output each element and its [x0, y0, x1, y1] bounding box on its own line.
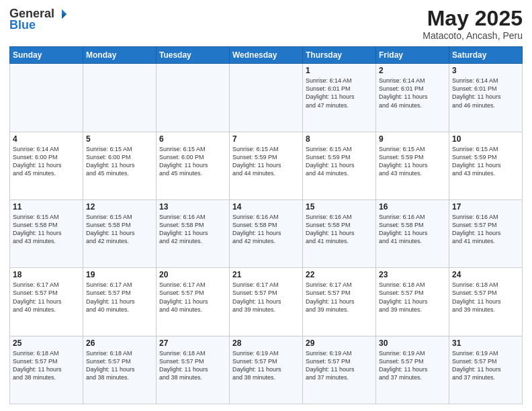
day-info: Sunrise: 6:15 AMSunset: 6:00 PMDaylight:… — [86, 145, 153, 178]
calendar-week-3: 11Sunrise: 6:15 AMSunset: 5:58 PMDayligh… — [10, 199, 523, 267]
header-wednesday: Wednesday — [230, 47, 303, 64]
calendar-cell: 3Sunrise: 6:14 AMSunset: 6:01 PMDaylight… — [449, 64, 523, 132]
day-info: Sunrise: 6:18 AMSunset: 5:57 PMDaylight:… — [86, 349, 153, 382]
calendar-cell: 6Sunrise: 6:15 AMSunset: 6:00 PMDaylight… — [157, 132, 230, 199]
location: Matacoto, Ancash, Peru — [423, 30, 523, 41]
day-number: 13 — [159, 202, 226, 212]
day-number: 12 — [86, 202, 153, 212]
calendar-cell — [10, 64, 83, 132]
day-number: 23 — [379, 270, 446, 279]
svg-marker-0 — [62, 9, 66, 13]
header-sunday: Sunday — [10, 47, 83, 64]
day-number: 14 — [232, 202, 300, 212]
calendar-cell: 17Sunrise: 6:16 AMSunset: 5:57 PMDayligh… — [449, 199, 523, 267]
calendar-cell: 20Sunrise: 6:17 AMSunset: 5:57 PMDayligh… — [157, 268, 230, 336]
calendar-cell: 22Sunrise: 6:17 AMSunset: 5:57 PMDayligh… — [303, 268, 376, 336]
day-info: Sunrise: 6:17 AMSunset: 5:57 PMDaylight:… — [232, 281, 300, 314]
day-info: Sunrise: 6:19 AMSunset: 5:57 PMDaylight:… — [452, 349, 519, 382]
day-info: Sunrise: 6:14 AMSunset: 6:01 PMDaylight:… — [306, 77, 373, 109]
calendar-cell: 5Sunrise: 6:15 AMSunset: 6:00 PMDaylight… — [83, 132, 157, 199]
day-info: Sunrise: 6:14 AMSunset: 6:01 PMDaylight:… — [452, 77, 519, 109]
month-title: May 2025 — [423, 7, 523, 30]
calendar-cell: 26Sunrise: 6:18 AMSunset: 5:57 PMDayligh… — [83, 336, 157, 404]
calendar-week-1: 1Sunrise: 6:14 AMSunset: 6:01 PMDaylight… — [10, 64, 523, 132]
calendar-cell: 16Sunrise: 6:16 AMSunset: 5:58 PMDayligh… — [376, 199, 449, 267]
day-info: Sunrise: 6:16 AMSunset: 5:57 PMDaylight:… — [452, 213, 519, 246]
page: General Blue May 2025 Matacoto, Ancash, … — [0, 0, 532, 411]
day-number: 22 — [306, 270, 373, 279]
calendar-week-5: 25Sunrise: 6:18 AMSunset: 5:57 PMDayligh… — [10, 336, 523, 404]
calendar-cell: 18Sunrise: 6:17 AMSunset: 5:57 PMDayligh… — [10, 268, 83, 336]
day-number: 1 — [306, 66, 373, 75]
header-friday: Friday — [376, 47, 449, 64]
header-monday: Monday — [83, 47, 157, 64]
svg-marker-1 — [62, 14, 66, 19]
calendar-cell: 21Sunrise: 6:17 AMSunset: 5:57 PMDayligh… — [230, 268, 303, 336]
day-number: 2 — [379, 66, 446, 75]
calendar-cell: 23Sunrise: 6:18 AMSunset: 5:57 PMDayligh… — [376, 268, 449, 336]
day-info: Sunrise: 6:18 AMSunset: 5:57 PMDaylight:… — [452, 281, 519, 314]
day-info: Sunrise: 6:19 AMSunset: 5:57 PMDaylight:… — [379, 349, 446, 382]
calendar-cell: 11Sunrise: 6:15 AMSunset: 5:58 PMDayligh… — [10, 199, 83, 267]
day-number: 20 — [159, 270, 226, 279]
day-number: 16 — [379, 202, 446, 212]
calendar-cell: 14Sunrise: 6:16 AMSunset: 5:58 PMDayligh… — [230, 199, 303, 267]
day-number: 29 — [306, 338, 373, 348]
calendar-cell: 27Sunrise: 6:18 AMSunset: 5:57 PMDayligh… — [157, 336, 230, 404]
day-info: Sunrise: 6:16 AMSunset: 5:58 PMDaylight:… — [232, 213, 300, 246]
calendar-cell — [230, 64, 303, 132]
calendar-cell: 24Sunrise: 6:18 AMSunset: 5:57 PMDayligh… — [449, 268, 523, 336]
calendar-cell: 12Sunrise: 6:15 AMSunset: 5:58 PMDayligh… — [83, 199, 157, 267]
calendar-cell: 9Sunrise: 6:15 AMSunset: 5:59 PMDaylight… — [376, 132, 449, 199]
day-number: 11 — [13, 202, 80, 212]
day-info: Sunrise: 6:15 AMSunset: 5:59 PMDaylight:… — [232, 145, 300, 178]
day-number: 6 — [159, 134, 226, 144]
day-number: 17 — [452, 202, 519, 212]
day-number: 19 — [86, 270, 153, 279]
calendar-cell: 10Sunrise: 6:15 AMSunset: 5:59 PMDayligh… — [449, 132, 523, 199]
header-tuesday: Tuesday — [157, 47, 230, 64]
day-number: 25 — [13, 338, 80, 348]
day-number: 15 — [306, 202, 373, 212]
calendar-cell — [157, 64, 230, 132]
day-info: Sunrise: 6:17 AMSunset: 5:57 PMDaylight:… — [306, 281, 373, 314]
logo-icon — [56, 8, 68, 20]
day-number: 9 — [379, 134, 446, 144]
day-number: 24 — [452, 270, 519, 279]
day-info: Sunrise: 6:16 AMSunset: 5:58 PMDaylight:… — [159, 213, 226, 246]
day-info: Sunrise: 6:17 AMSunset: 5:57 PMDaylight:… — [159, 281, 226, 314]
day-info: Sunrise: 6:14 AMSunset: 6:01 PMDaylight:… — [379, 77, 446, 109]
day-number: 21 — [232, 270, 300, 279]
day-info: Sunrise: 6:15 AMSunset: 5:59 PMDaylight:… — [452, 145, 519, 178]
day-info: Sunrise: 6:19 AMSunset: 5:57 PMDaylight:… — [232, 349, 300, 382]
header-thursday: Thursday — [303, 47, 376, 64]
calendar-week-2: 4Sunrise: 6:14 AMSunset: 6:00 PMDaylight… — [10, 132, 523, 199]
title-block: May 2025 Matacoto, Ancash, Peru — [423, 7, 523, 41]
day-info: Sunrise: 6:17 AMSunset: 5:57 PMDaylight:… — [13, 281, 80, 314]
header: General Blue May 2025 Matacoto, Ancash, … — [9, 7, 523, 41]
logo: General Blue — [9, 7, 68, 32]
day-info: Sunrise: 6:15 AMSunset: 6:00 PMDaylight:… — [159, 145, 226, 178]
day-number: 7 — [232, 134, 300, 144]
day-number: 8 — [306, 134, 373, 144]
day-number: 3 — [452, 66, 519, 75]
calendar-cell: 28Sunrise: 6:19 AMSunset: 5:57 PMDayligh… — [230, 336, 303, 404]
day-info: Sunrise: 6:18 AMSunset: 5:57 PMDaylight:… — [13, 349, 80, 382]
calendar-cell: 19Sunrise: 6:17 AMSunset: 5:57 PMDayligh… — [83, 268, 157, 336]
calendar-cell: 30Sunrise: 6:19 AMSunset: 5:57 PMDayligh… — [376, 336, 449, 404]
calendar-cell: 4Sunrise: 6:14 AMSunset: 6:00 PMDaylight… — [10, 132, 83, 199]
day-info: Sunrise: 6:15 AMSunset: 5:58 PMDaylight:… — [86, 213, 153, 246]
day-info: Sunrise: 6:15 AMSunset: 5:59 PMDaylight:… — [306, 145, 373, 178]
day-info: Sunrise: 6:19 AMSunset: 5:57 PMDaylight:… — [306, 349, 373, 382]
day-info: Sunrise: 6:17 AMSunset: 5:57 PMDaylight:… — [86, 281, 153, 314]
day-number: 28 — [232, 338, 300, 348]
day-number: 30 — [379, 338, 446, 348]
day-info: Sunrise: 6:18 AMSunset: 5:57 PMDaylight:… — [159, 349, 226, 382]
calendar-cell: 8Sunrise: 6:15 AMSunset: 5:59 PMDaylight… — [303, 132, 376, 199]
day-number: 18 — [13, 270, 80, 279]
day-number: 27 — [159, 338, 226, 348]
calendar-cell: 15Sunrise: 6:16 AMSunset: 5:58 PMDayligh… — [303, 199, 376, 267]
calendar-cell: 13Sunrise: 6:16 AMSunset: 5:58 PMDayligh… — [157, 199, 230, 267]
calendar: Sunday Monday Tuesday Wednesday Thursday… — [9, 46, 523, 404]
day-info: Sunrise: 6:15 AMSunset: 5:58 PMDaylight:… — [13, 213, 80, 246]
